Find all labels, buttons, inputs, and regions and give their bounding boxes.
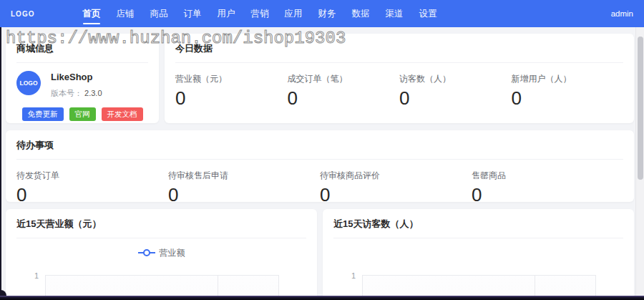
- row-todo: 待办事项 待发货订单 0 待审核售后申请 0 待审核商品评价 0 售罄商品 0: [6, 130, 634, 202]
- stat-pending-shipment: 待发货订单 0: [16, 170, 168, 202]
- todo-title: 待办事项: [16, 139, 623, 160]
- stat-label: 成交订单（笔）: [288, 73, 400, 85]
- admin-user-menu[interactable]: admin: [611, 9, 633, 18]
- turnover-chart-card: 近15天营业额（元） 营业额 1: [6, 209, 317, 300]
- stat-value: 0: [472, 184, 623, 202]
- window-left-edge: [0, 27, 1, 300]
- stat-value: 0: [399, 87, 512, 110]
- dev-docs-button[interactable]: 开发文档: [102, 107, 143, 121]
- window-bottom-edge: [0, 296, 644, 300]
- stat-label: 营业额（元）: [175, 73, 288, 85]
- today-data-card: 今日数据 营业额（元） 0 成交订单（笔） 0 访客数（人） 0 新增用户（人）…: [165, 34, 634, 123]
- shop-name: LikeShop: [51, 72, 102, 82]
- shop-logo-avatar: LOGO: [16, 71, 41, 95]
- stat-visitors: 访客数（人） 0: [399, 73, 512, 110]
- stat-label: 售罄商品: [472, 170, 623, 182]
- stat-label: 待发货订单: [16, 170, 168, 182]
- todo-card: 待办事项 待发货订单 0 待审核售后申请 0 待审核商品评价 0 售罄商品 0: [6, 130, 634, 202]
- main-content: 商城信息 LOGO LikeShop 版本号： 2.3.0 免费更新 官网 开发…: [6, 27, 634, 300]
- stat-label: 新增用户（人）: [512, 73, 624, 85]
- stat-label: 待审核售后申请: [168, 170, 320, 182]
- stat-value: 0: [288, 87, 400, 110]
- nav-item-finance[interactable]: 财务: [310, 0, 343, 27]
- mall-meta: LikeShop 版本号： 2.3.0: [51, 71, 102, 99]
- stat-label: 待审核商品评价: [320, 170, 472, 182]
- todo-stats: 待发货订单 0 待审核售后申请 0 待审核商品评价 0 售罄商品 0: [16, 170, 623, 202]
- stat-pending-review: 待审核商品评价 0: [320, 170, 472, 202]
- stat-turnover: 营业额（元） 0: [175, 73, 288, 110]
- line-series-legend-icon: [138, 252, 155, 253]
- row-top: 商城信息 LOGO LikeShop 版本号： 2.3.0 免费更新 官网 开发…: [6, 34, 634, 123]
- nav-item-user[interactable]: 用户: [209, 0, 243, 27]
- nav-item-home[interactable]: 首页: [74, 0, 108, 27]
- stat-value: 0: [168, 184, 320, 202]
- app-logo: LOGO: [11, 10, 34, 18]
- nav-item-marketing[interactable]: 营销: [243, 0, 276, 27]
- scrollbar-thumb[interactable]: [638, 37, 643, 180]
- nav-item-app[interactable]: 应用: [276, 0, 310, 27]
- nav-item-order[interactable]: 订单: [175, 0, 209, 27]
- nav-item-data[interactable]: 数据: [343, 0, 377, 27]
- stat-value: 0: [16, 184, 168, 202]
- nav-item-shop[interactable]: 店铺: [108, 0, 142, 27]
- mall-info-card: 商城信息 LOGO LikeShop 版本号： 2.3.0 免费更新 官网 开发…: [6, 34, 159, 123]
- shop-version: 版本号： 2.3.0: [51, 88, 102, 99]
- legend-item-turnover[interactable]: 营业额: [138, 247, 185, 259]
- mall-info-body: LOGO LikeShop 版本号： 2.3.0: [16, 71, 148, 99]
- top-navbar: LOGO 首页 店铺 商品 订单 用户 营销 应用 财务 数据 渠道 设置 ad…: [0, 0, 644, 27]
- nav-item-goods[interactable]: 商品: [142, 0, 175, 27]
- page-scrollbar[interactable]: [635, 27, 644, 300]
- visitors-chart-card: 近15天访客数（人） 1: [323, 209, 634, 300]
- y-axis-tick: 1: [34, 271, 39, 280]
- row-charts: 近15天营业额（元） 营业额 1 近15天访客数（人） 1: [6, 209, 634, 300]
- chart-legend-empty: [333, 246, 623, 260]
- stat-soldout-goods: 售罄商品 0: [472, 170, 623, 202]
- stat-new-users: 新增用户（人） 0: [512, 73, 624, 110]
- version-value: 2.3.0: [84, 89, 102, 97]
- stat-pending-aftersale: 待审核售后申请 0: [168, 170, 320, 202]
- stat-value: 0: [320, 184, 472, 202]
- nav-item-channel[interactable]: 渠道: [377, 0, 411, 27]
- mall-info-title: 商城信息: [16, 42, 148, 63]
- official-site-button[interactable]: 官网: [69, 107, 96, 121]
- chart-legend: 营业额: [16, 246, 306, 260]
- visitors-chart-title: 近15天访客数（人）: [333, 218, 623, 238]
- stat-orders: 成交订单（笔） 0: [288, 73, 400, 110]
- today-stats: 营业额（元） 0 成交订单（笔） 0 访客数（人） 0 新增用户（人） 0: [175, 73, 623, 110]
- stat-label: 访客数（人）: [399, 73, 512, 85]
- legend-label: 营业额: [160, 247, 185, 259]
- nav-item-settings[interactable]: 设置: [411, 0, 444, 27]
- nav-menu: 首页 店铺 商品 订单 用户 营销 应用 财务 数据 渠道 设置: [74, 0, 444, 27]
- version-label: 版本号：: [51, 89, 82, 97]
- stat-value: 0: [175, 87, 288, 110]
- turnover-chart-title: 近15天营业额（元）: [16, 218, 306, 238]
- mall-buttons: 免费更新 官网 开发文档: [16, 107, 148, 121]
- y-axis-tick: 1: [351, 271, 356, 280]
- today-data-title: 今日数据: [175, 42, 623, 63]
- stat-value: 0: [512, 87, 624, 110]
- free-update-button[interactable]: 免费更新: [22, 107, 64, 121]
